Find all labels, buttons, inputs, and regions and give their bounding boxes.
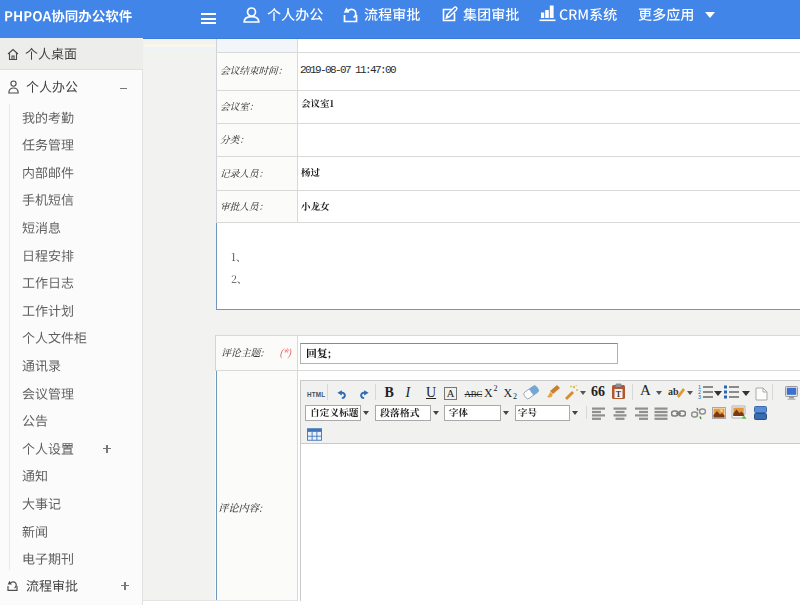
svg-text:T: T [616,390,622,399]
svg-text:ab: ab [668,386,679,397]
svg-text:3: 3 [698,394,701,399]
